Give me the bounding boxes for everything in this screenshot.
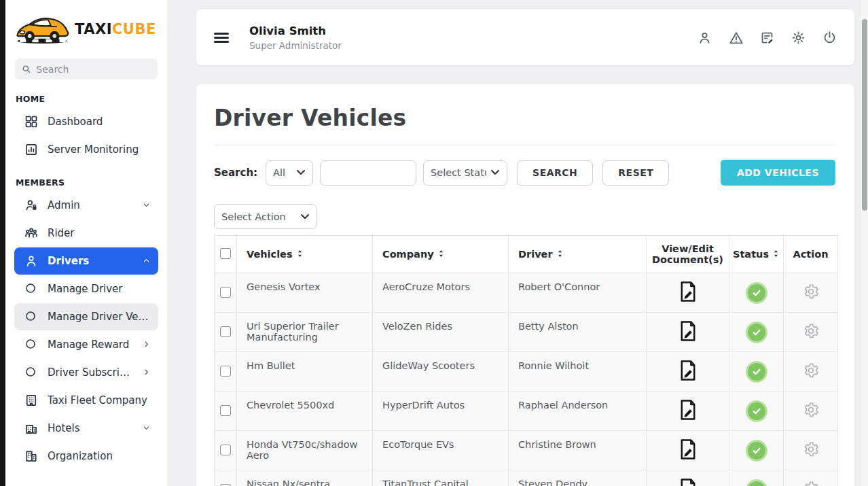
sidebar-item-manage-driver-vehicles[interactable]: Manage Driver Vehicles: [14, 303, 158, 330]
table-row: Honda Vt750c/shadow Aero EcoTorque EVs C…: [215, 431, 838, 470]
edit-note-icon[interactable]: [760, 31, 774, 45]
status-active-icon[interactable]: [746, 282, 767, 304]
row-settings-icon[interactable]: [802, 480, 820, 486]
column-header-company[interactable]: Company: [373, 236, 509, 273]
rider-icon: [24, 226, 38, 240]
column-label: Vehicles: [247, 249, 293, 260]
sidebar-item-label: Server Monitoring: [48, 143, 151, 156]
chevron-right-icon: [142, 340, 151, 349]
brand-name: TAXICUBE: [75, 21, 156, 37]
sidebar-item-taxi-fleet-company[interactable]: Taxi Fleet Company: [14, 387, 158, 414]
sidebar-item-server-monitoring[interactable]: Server Monitoring: [14, 136, 158, 163]
status-select[interactable]: Select Status: [423, 160, 507, 186]
header-icons: [698, 31, 837, 45]
sort-icon[interactable]: [437, 249, 445, 260]
driver-cell: Christine Brown: [509, 431, 647, 470]
row-settings-icon[interactable]: [802, 401, 820, 419]
menu-toggle-icon[interactable]: [214, 31, 229, 45]
sort-icon[interactable]: [296, 249, 304, 260]
status-active-icon[interactable]: [746, 322, 767, 343]
row-settings-icon[interactable]: [802, 440, 820, 458]
keyword-input[interactable]: [320, 160, 416, 186]
driver-cell: Steven Dendy: [509, 470, 647, 486]
circle-icon: [24, 366, 38, 379]
user-block[interactable]: Olivia Smith Super Administrator: [249, 24, 342, 51]
status-active-icon[interactable]: [746, 400, 767, 422]
sidebar-item-dashboard[interactable]: Dashboard: [14, 108, 158, 135]
view-edit-document-icon[interactable]: [678, 360, 698, 381]
sidebar-item-drivers[interactable]: Drivers: [14, 247, 158, 275]
sidebar-item-label: Rider: [48, 227, 151, 239]
monitoring-icon: [24, 143, 38, 156]
power-icon[interactable]: [822, 31, 837, 45]
table-row: Genesis Vortex AeroCruze Motors Robert O…: [215, 273, 838, 313]
row-checkbox[interactable]: [220, 405, 231, 416]
sidebar-item-manage-driver[interactable]: Manage Driver: [14, 275, 158, 302]
sidebar-item-hotels[interactable]: Hotels: [14, 415, 158, 442]
sidebar-item-label: Dashboard: [48, 116, 151, 128]
search-label: Search:: [214, 167, 257, 179]
reset-button[interactable]: RESET: [602, 160, 669, 186]
sidebar-item-organization[interactable]: Organization: [14, 442, 158, 470]
user-role: Super Administrator: [249, 40, 342, 51]
sidebar-item-rider[interactable]: Rider: [14, 220, 158, 247]
select-all-checkbox[interactable]: [220, 248, 231, 259]
table-row: Nissan Nx/sentra TitanTrust Capital Stev…: [215, 470, 838, 486]
sidebar-search[interactable]: [15, 58, 158, 80]
vehicle-cell: Hm Bullet: [237, 352, 373, 392]
bulk-action-row: Select Action: [214, 204, 837, 229]
taxi-car-icon: [14, 13, 71, 46]
chevron-down-icon: [142, 201, 151, 210]
row-checkbox[interactable]: [220, 366, 231, 377]
bulk-action-select[interactable]: Select Action: [214, 204, 317, 229]
window-scrollbar-track[interactable]: [861, 0, 868, 486]
table-body: Genesis Vortex AeroCruze Motors Robert O…: [215, 273, 838, 486]
hotel-icon: [24, 421, 38, 435]
window-scrollbar-thumb[interactable]: [862, 19, 867, 211]
company-cell: AeroCruze Motors: [373, 273, 509, 313]
table-row: Uri Superior Trailer Manufacturing VeloZ…: [215, 313, 838, 352]
status-active-icon[interactable]: [746, 440, 767, 462]
divider: [214, 145, 837, 145]
fleet-company-icon: [24, 394, 38, 407]
column-header-driver[interactable]: Driver: [509, 236, 647, 273]
alert-icon[interactable]: [729, 31, 743, 45]
search-input[interactable]: [36, 64, 151, 75]
brand-logo[interactable]: TAXICUBE: [5, 10, 167, 49]
row-settings-icon[interactable]: [802, 283, 820, 300]
row-checkbox[interactable]: [220, 445, 231, 455]
status-active-icon[interactable]: [746, 479, 767, 486]
sidebar-item-label: Hotels: [48, 422, 132, 434]
row-checkbox[interactable]: [220, 287, 231, 298]
row-checkbox[interactable]: [220, 326, 231, 337]
sidebar-item-manage-reward[interactable]: Manage Reward: [14, 331, 158, 358]
user-icon[interactable]: [698, 31, 712, 45]
sidebar-item-driver-subscription[interactable]: Driver Subscription: [14, 359, 158, 386]
view-edit-document-icon[interactable]: [678, 281, 698, 302]
status-active-icon[interactable]: [746, 361, 767, 383]
sort-icon[interactable]: [556, 249, 564, 260]
add-vehicles-button[interactable]: ADD VEHICLES: [721, 160, 835, 186]
view-edit-document-icon[interactable]: [678, 478, 698, 486]
column-label: View/Edit Document(s): [649, 243, 726, 265]
sort-icon[interactable]: [772, 249, 780, 260]
view-edit-document-icon[interactable]: [678, 320, 698, 342]
vehicle-cell: Honda Vt750c/shadow Aero: [237, 431, 373, 470]
settings-icon[interactable]: [791, 31, 806, 45]
column-header-status[interactable]: Status: [729, 236, 784, 273]
vehicles-table: VehiclesCompanyDriverView/Edit Document(…: [214, 235, 838, 486]
view-edit-document-icon[interactable]: [678, 438, 698, 460]
table-row: Chevrolet 5500xd HyperDrift Autos Raphae…: [215, 392, 838, 431]
row-settings-icon[interactable]: [802, 362, 820, 379]
sidebar-item-admin[interactable]: Admin: [14, 192, 158, 219]
column-header-vehicles[interactable]: Vehicles: [237, 236, 373, 273]
driver-cell: Betty Alston: [509, 313, 647, 352]
view-edit-document-icon[interactable]: [678, 399, 698, 421]
row-settings-icon[interactable]: [802, 322, 820, 340]
column-label: Action: [793, 249, 828, 260]
category-select[interactable]: All: [266, 160, 313, 186]
search-button[interactable]: SEARCH: [517, 160, 593, 186]
sidebar-item-label: Taxi Fleet Company: [48, 394, 151, 406]
section-label-members: MEMBERS: [16, 175, 157, 190]
table-header-row: VehiclesCompanyDriverView/Edit Document(…: [215, 236, 838, 273]
